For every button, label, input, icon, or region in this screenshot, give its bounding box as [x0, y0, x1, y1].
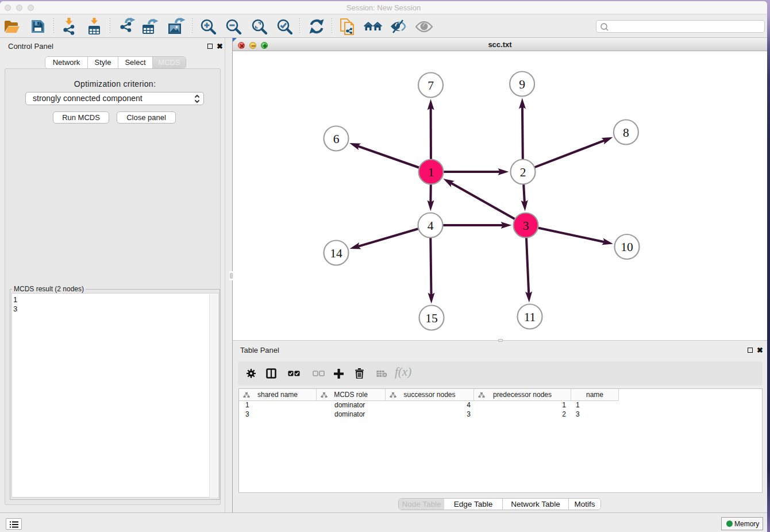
svg-text:14: 14 [330, 246, 342, 260]
svg-text:9: 9 [519, 78, 525, 91]
svg-text:7: 7 [428, 79, 434, 92]
svg-text:4: 4 [428, 219, 434, 233]
svg-text:10: 10 [621, 240, 633, 254]
svg-text:15: 15 [425, 311, 438, 325]
svg-text:2: 2 [520, 165, 526, 179]
svg-text:11: 11 [524, 310, 536, 324]
svg-text:6: 6 [333, 132, 340, 146]
svg-text:3: 3 [523, 219, 529, 233]
svg-text:8: 8 [623, 126, 629, 140]
svg-text:1: 1 [428, 165, 434, 179]
